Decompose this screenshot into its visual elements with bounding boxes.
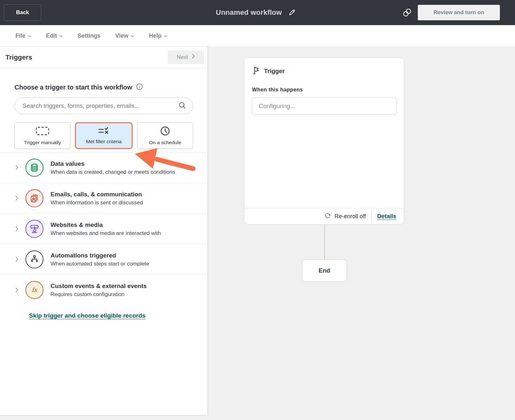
trigger-configuring-input[interactable] xyxy=(252,98,397,115)
category-row-emails-calls-communication[interactable]: Emails, calls, & communicationWhen infor… xyxy=(0,183,208,213)
filter-criteria-icon xyxy=(98,127,109,136)
quick-trigger-label: On a schedule xyxy=(149,140,181,145)
chevron-down-icon xyxy=(164,33,167,39)
trigger-card-footer: Re-enroll off Details xyxy=(244,208,404,224)
chevron-down-icon xyxy=(28,33,31,39)
flag-icon xyxy=(252,66,260,76)
chevron-right-icon xyxy=(15,257,18,262)
menu-item-label: Edit xyxy=(46,33,57,39)
category-row-data-values[interactable]: Data valuesWhen data is created, changed… xyxy=(0,152,208,183)
reenroll-label: Re-enroll off xyxy=(334,213,366,220)
contact-card-icon xyxy=(25,189,43,207)
category-title: Custom events & external events xyxy=(51,283,147,290)
menu-item-settings[interactable]: Settings xyxy=(78,33,100,39)
menu-item-edit[interactable]: Edit xyxy=(46,33,63,39)
menu-item-label: Help xyxy=(149,33,162,39)
category-title: Data values xyxy=(51,160,175,167)
panel-title: Triggers xyxy=(5,53,32,61)
quick-trigger-label: Met filter criteria xyxy=(86,139,121,145)
category-title: Automations triggered xyxy=(51,252,149,259)
category-row-websites-media[interactable]: Websites & mediaWhen websites and media … xyxy=(0,213,208,244)
automation-icon xyxy=(25,250,43,268)
quick-trigger-met-filter-criteria[interactable]: Met filter criteria xyxy=(75,122,132,149)
category-row-automations-triggered[interactable]: Automations triggeredWhen automated step… xyxy=(0,244,208,275)
menu-item-view[interactable]: View xyxy=(115,33,134,39)
copy-link-button[interactable] xyxy=(402,8,412,18)
fx-icon: fx xyxy=(25,281,43,299)
panel-header: Triggers Next xyxy=(0,47,208,68)
menu-item-help[interactable]: Help xyxy=(149,33,167,39)
end-node[interactable]: End xyxy=(302,259,347,282)
category-subtitle: When data is created, changed or meets c… xyxy=(51,169,175,175)
quick-trigger-trigger-manually[interactable]: Trigger manually xyxy=(14,122,70,149)
menu-item-label: Settings xyxy=(78,33,100,39)
trigger-node-title: Trigger xyxy=(264,68,285,75)
triggers-panel: Triggers Next Choose a trigger to start … xyxy=(0,47,208,415)
menu-item-label: File xyxy=(15,33,25,39)
info-icon[interactable] xyxy=(136,83,143,92)
svg-text:fx: fx xyxy=(32,286,38,293)
category-row-custom-events-external-events[interactable]: fxCustom events & external eventsRequire… xyxy=(0,275,208,305)
link-icon xyxy=(402,14,412,18)
category-title: Emails, calls, & communication xyxy=(51,191,143,198)
pencil-icon xyxy=(288,8,296,17)
search-icon[interactable] xyxy=(178,101,186,111)
choose-trigger-heading: Choose a trigger to start this workflow xyxy=(14,84,132,91)
category-subtitle: Requires custom configuration xyxy=(51,291,147,298)
trigger-search-box xyxy=(14,98,193,114)
next-button-label: Next xyxy=(177,54,188,61)
next-button[interactable]: Next xyxy=(168,51,204,64)
edit-title-button[interactable] xyxy=(288,8,296,17)
workflow-title: Unnamed workflow xyxy=(216,8,282,17)
refresh-icon xyxy=(324,212,331,221)
category-subtitle: When information is sent or discussed xyxy=(51,200,143,206)
trigger-node-card[interactable]: Trigger When this happens Re-enroll off … xyxy=(244,57,404,225)
workflow-canvas: Trigger When this happens Re-enroll off … xyxy=(208,47,515,420)
reenroll-status: Re-enroll off xyxy=(324,212,366,221)
category-subtitle: When websites and media are interacted w… xyxy=(51,230,161,237)
quick-trigger-cards: Trigger manuallyMet filter criteriaOn a … xyxy=(14,122,193,149)
chevron-right-icon xyxy=(15,165,18,170)
database-icon xyxy=(25,159,43,177)
trigger-search-input[interactable] xyxy=(23,102,178,109)
category-subtitle: When automated steps start or complete xyxy=(51,261,149,267)
chevron-right-icon xyxy=(192,54,195,61)
chevron-right-icon xyxy=(15,287,18,293)
menu-item-file[interactable]: File xyxy=(15,33,31,39)
review-and-turn-on-button[interactable]: Review and turn on xyxy=(418,5,500,20)
chevron-down-icon xyxy=(131,33,134,39)
dashed-box-icon xyxy=(35,126,50,137)
clock-icon xyxy=(160,126,170,137)
skip-trigger-link[interactable]: Skip trigger and choose eligible records xyxy=(29,312,145,319)
chevron-down-icon xyxy=(59,33,63,39)
footer-divider xyxy=(371,212,372,221)
menu-bar: FileEditSettingsViewHelp xyxy=(0,25,515,47)
chevron-right-icon xyxy=(15,196,18,201)
quick-trigger-on-a-schedule[interactable]: On a schedule xyxy=(137,122,193,149)
back-button[interactable]: Back xyxy=(4,4,41,21)
quick-trigger-label: Trigger manually xyxy=(24,140,61,145)
details-link[interactable]: Details xyxy=(377,213,396,220)
category-title: Websites & media xyxy=(51,221,161,229)
flow-connector-line xyxy=(324,225,325,259)
when-this-happens-label: When this happens xyxy=(252,87,404,93)
chevron-right-icon xyxy=(15,226,18,231)
tap-icon xyxy=(25,220,43,238)
top-bar: Back Unnamed workflow Review and turn on xyxy=(0,0,515,25)
trigger-category-list: Data valuesWhen data is created, changed… xyxy=(0,152,208,305)
menu-item-label: View xyxy=(115,33,128,39)
